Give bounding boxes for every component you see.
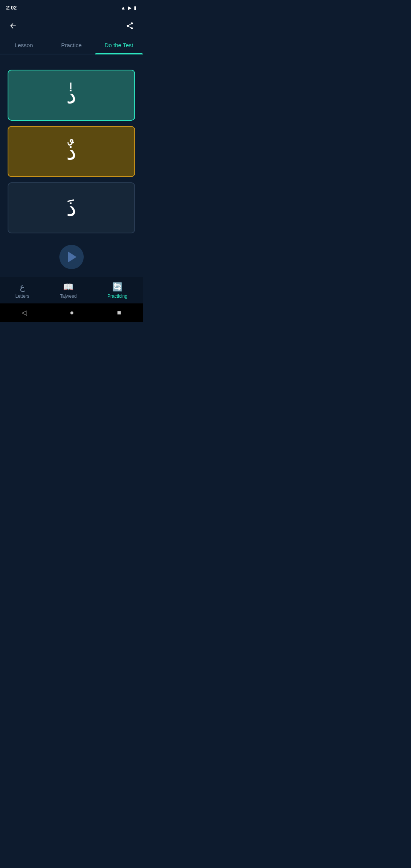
practicing-label: Practicing: [107, 294, 127, 299]
bottom-nav: ع Letters 📖 Tajweed 🔄 Practicing: [0, 277, 143, 303]
battery-icon: ▮: [134, 5, 137, 11]
tab-lesson[interactable]: Lesson: [0, 37, 48, 54]
status-icons: ▲ ▶ ▮: [121, 5, 137, 11]
android-home-button[interactable]: ●: [70, 309, 74, 317]
nav-practicing[interactable]: 🔄 Practicing: [101, 280, 134, 301]
android-nav: ◁ ● ■: [0, 303, 143, 322]
main-content: ذٰ ذٌ ذَ: [0, 54, 143, 277]
play-button[interactable]: [59, 245, 84, 269]
answer-card-3[interactable]: ذَ: [8, 182, 135, 233]
letters-icon: ع: [20, 282, 25, 292]
tajweed-icon: 📖: [63, 282, 73, 292]
back-button[interactable]: [6, 19, 20, 33]
status-time: 2:02: [6, 5, 17, 11]
arabic-char-2: ذٌ: [66, 138, 76, 165]
play-icon: [68, 252, 76, 262]
tajweed-label: Tajweed: [60, 294, 76, 299]
signal-icon: ▶: [128, 5, 132, 11]
wifi-icon: ▲: [121, 5, 126, 11]
arabic-char-3: ذَ: [66, 195, 76, 221]
nav-tajweed[interactable]: 📖 Tajweed: [54, 280, 83, 301]
tab-do-the-test[interactable]: Do the Test: [95, 37, 143, 54]
status-bar: 2:02 ▲ ▶ ▮: [0, 0, 143, 15]
answer-card-2[interactable]: ذٌ: [8, 126, 135, 177]
answer-card-1[interactable]: ذٰ: [8, 70, 135, 121]
android-back-button[interactable]: ◁: [22, 308, 27, 317]
tabs: Lesson Practice Do the Test: [0, 37, 143, 54]
arabic-char-1: ذٰ: [66, 82, 76, 108]
share-button[interactable]: [123, 19, 137, 33]
letters-label: Letters: [15, 294, 29, 299]
android-recent-button[interactable]: ■: [117, 309, 121, 317]
nav-letters[interactable]: ع Letters: [9, 280, 35, 301]
practicing-icon: 🔄: [112, 282, 123, 292]
tab-practice[interactable]: Practice: [48, 37, 95, 54]
top-bar: [0, 15, 143, 37]
